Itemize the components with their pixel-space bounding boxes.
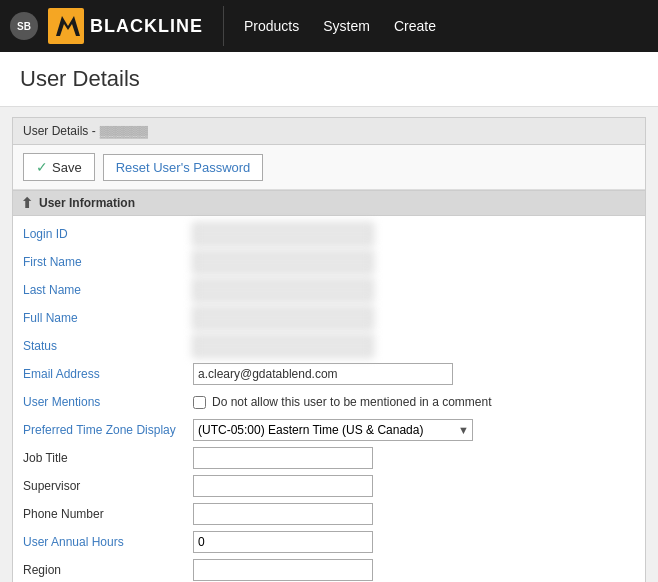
user-mentions-row: User Mentions Do not allow this user to … <box>23 390 635 414</box>
content-area: User Details - ▓▓▓▓▓▓ ✓ Save Reset User'… <box>0 107 658 582</box>
user-mentions-checkbox-area: Do not allow this user to be mentioned i… <box>193 395 491 409</box>
email-row: Email Address <box>23 362 635 386</box>
user-information-form: Login ID First Name Last Name Full Name … <box>13 216 645 582</box>
phone-label: Phone Number <box>23 507 193 521</box>
user-information-section-header: ⬆ User Information <box>13 190 645 216</box>
save-label: Save <box>52 160 82 175</box>
save-button[interactable]: ✓ Save <box>23 153 95 181</box>
avatar-initials: SB <box>17 21 31 32</box>
annual-hours-row: User Annual Hours <box>23 530 635 554</box>
first-name-field[interactable] <box>193 251 373 273</box>
last-name-field[interactable] <box>193 279 373 301</box>
panel-header: User Details - ▓▓▓▓▓▓ <box>13 118 645 145</box>
first-name-label: First Name <box>23 255 193 269</box>
user-mentions-checkbox[interactable] <box>193 396 206 409</box>
section-title: User Information <box>39 196 135 210</box>
status-field[interactable] <box>193 335 373 357</box>
nav-links: Products System Create <box>244 18 436 34</box>
reset-label: Reset User's Password <box>116 160 251 175</box>
nav-products[interactable]: Products <box>244 18 299 34</box>
supervisor-label: Supervisor <box>23 479 193 493</box>
supervisor-field[interactable] <box>193 475 373 497</box>
section-expand-icon[interactable]: ⬆ <box>21 195 33 211</box>
top-navigation: SB BLACKLINE Products System Create <box>0 0 658 52</box>
first-name-row: First Name <box>23 250 635 274</box>
login-id-field[interactable] <box>193 223 373 245</box>
page-title: User Details <box>20 66 638 92</box>
full-name-label: Full Name <box>23 311 193 325</box>
timezone-dropdown-wrap: (UTC-05:00) Eastern Time (US & Canada) ▼ <box>193 419 473 441</box>
login-id-row: Login ID <box>23 222 635 246</box>
login-id-label: Login ID <box>23 227 193 241</box>
job-title-field[interactable] <box>193 447 373 469</box>
panel-header-label: User Details - <box>23 124 96 138</box>
annual-hours-field[interactable] <box>193 531 373 553</box>
region-label: Region <box>23 563 193 577</box>
nav-system[interactable]: System <box>323 18 370 34</box>
status-label: Status <box>23 339 193 353</box>
save-check-icon: ✓ <box>36 159 48 175</box>
logo-text: BLACKLINE <box>90 16 203 37</box>
timezone-row: Preferred Time Zone Display (UTC-05:00) … <box>23 418 635 442</box>
email-field[interactable] <box>193 363 453 385</box>
phone-field[interactable] <box>193 503 373 525</box>
region-row: Region <box>23 558 635 582</box>
user-details-panel: User Details - ▓▓▓▓▓▓ ✓ Save Reset User'… <box>12 117 646 582</box>
toolbar: ✓ Save Reset User's Password <box>13 145 645 190</box>
phone-row: Phone Number <box>23 502 635 526</box>
annual-hours-label: User Annual Hours <box>23 535 193 549</box>
email-label: Email Address <box>23 367 193 381</box>
user-mentions-checkbox-label: Do not allow this user to be mentioned i… <box>212 395 491 409</box>
user-avatar[interactable]: SB <box>10 12 38 40</box>
full-name-field[interactable] <box>193 307 373 329</box>
logo-icon <box>48 8 84 44</box>
user-mentions-label: User Mentions <box>23 395 193 409</box>
nav-divider <box>223 6 224 46</box>
page-title-area: User Details <box>0 52 658 107</box>
supervisor-row: Supervisor <box>23 474 635 498</box>
job-title-label: Job Title <box>23 451 193 465</box>
reset-password-button[interactable]: Reset User's Password <box>103 154 264 181</box>
timezone-label: Preferred Time Zone Display <box>23 423 193 437</box>
region-field[interactable] <box>193 559 373 581</box>
full-name-row: Full Name <box>23 306 635 330</box>
job-title-row: Job Title <box>23 446 635 470</box>
last-name-row: Last Name <box>23 278 635 302</box>
timezone-select[interactable]: (UTC-05:00) Eastern Time (US & Canada) <box>193 419 473 441</box>
last-name-label: Last Name <box>23 283 193 297</box>
logo: BLACKLINE <box>48 8 203 44</box>
status-row: Status <box>23 334 635 358</box>
panel-header-sub: ▓▓▓▓▓▓ <box>100 125 148 137</box>
nav-create[interactable]: Create <box>394 18 436 34</box>
